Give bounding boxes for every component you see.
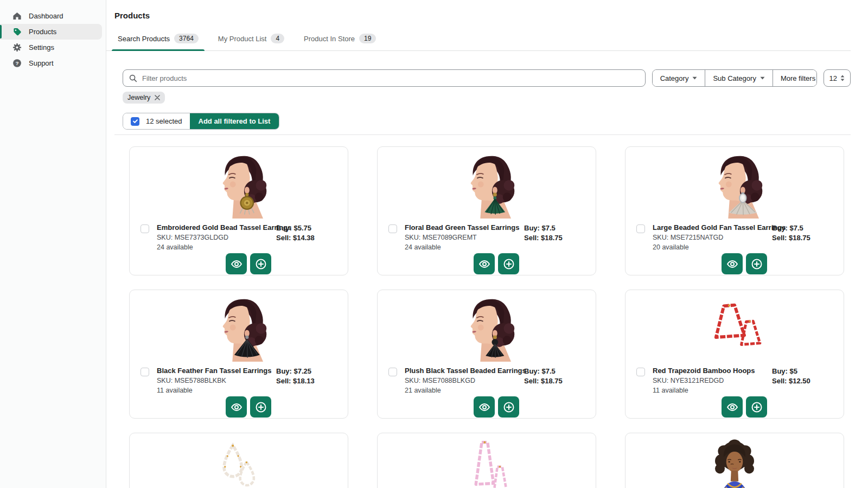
filter-button-group: Category Sub Category More filters (652, 69, 817, 87)
product-checkbox[interactable] (141, 224, 149, 233)
add-product-button[interactable] (250, 253, 271, 274)
product-checkbox[interactable] (388, 368, 397, 376)
product-buy-price: Buy: $7.5 (772, 223, 836, 233)
view-product-button[interactable] (226, 253, 247, 274)
add-product-button[interactable] (498, 253, 519, 274)
product-checkbox[interactable] (636, 368, 645, 376)
plus-circle-icon (254, 258, 267, 271)
plus-circle-icon (254, 401, 267, 414)
tag-icon (12, 27, 22, 36)
product-title: Large Beaded Gold Fan Tassel Earrings (653, 223, 772, 232)
view-product-button[interactable] (722, 396, 743, 418)
plus-circle-icon (502, 258, 515, 271)
product-checkbox[interactable] (388, 224, 397, 233)
product-title: Embroidered Gold Bead Tassel Earrings (157, 223, 276, 232)
eye-icon (230, 401, 243, 414)
product-sell-price: Sell: $12.50 (772, 376, 836, 386)
tab-product-in-store[interactable]: Product In Store 19 (298, 29, 382, 50)
more-filters-button[interactable]: More filters (773, 70, 817, 86)
view-product-button[interactable] (226, 396, 247, 418)
sidebar-item-label: Support (29, 59, 54, 67)
product-sell-price: Sell: $18.75 (524, 233, 588, 243)
product-sku: SKU: MSE7215NATGD (653, 234, 772, 241)
product-image-gold-medallion-earring (130, 147, 348, 219)
product-availability: 11 available (653, 387, 772, 394)
search-box[interactable] (123, 69, 646, 87)
sidebar-item-settings[interactable]: Settings (0, 40, 102, 55)
view-product-button[interactable] (474, 396, 495, 418)
product-image-beige-fan-earring (626, 147, 844, 219)
product-title: Red Trapezoid Bamboo Hoops (653, 367, 772, 375)
content-divider (114, 134, 851, 135)
filter-toolbar: Category Sub Category More filters 12 (123, 69, 851, 87)
product-card: Large Beaded Gold Fan Tassel Earrings SK… (625, 146, 844, 275)
product-availability: 24 available (405, 243, 524, 251)
sidebar-item-dashboard[interactable]: Dashboard (0, 8, 102, 24)
tab-my-product-list[interactable]: My Product List 4 (212, 29, 290, 50)
eye-icon (478, 258, 491, 271)
add-all-filtered-button[interactable]: Add all filtered to List (190, 113, 279, 129)
stepper-arrows-icon (840, 75, 845, 81)
product-availability: 24 available (157, 243, 276, 251)
product-availability: 11 available (157, 387, 276, 394)
product-title: Floral Bead Green Tassel Earrings (405, 223, 524, 232)
add-product-button[interactable] (746, 396, 767, 418)
bulk-selection-bar: 12 selected Add all filtered to List (123, 113, 279, 130)
tab-count-badge: 3764 (174, 34, 199, 43)
sidebar-item-support[interactable]: ? Support (0, 55, 102, 71)
product-image-model-front-curly-hair (626, 433, 844, 488)
product-availability: 20 available (653, 243, 772, 251)
product-sell-price: Sell: $14.38 (276, 233, 340, 243)
product-checkbox[interactable] (141, 368, 149, 376)
selected-count-label: 12 selected (146, 117, 182, 125)
product-image-black-tassel-earring (378, 290, 596, 362)
sub-category-filter-button[interactable]: Sub Category (705, 70, 773, 86)
product-card: Embroidered Gold Bead Tassel Earrings SK… (129, 146, 348, 275)
product-card: Red Trapezoid Bamboo Hoops SKU: NYE3121R… (625, 290, 844, 419)
tab-search-products[interactable]: Search Products 3764 (112, 29, 205, 50)
search-input[interactable] (142, 74, 639, 82)
plus-circle-icon (750, 401, 763, 414)
product-image-white-heart-hoops (130, 433, 348, 488)
close-icon[interactable] (155, 95, 160, 100)
add-product-button[interactable] (250, 396, 271, 418)
tab-bar: Search Products 3764 My Product List 4 P… (106, 29, 851, 51)
sidebar-item-products[interactable]: Products (0, 24, 102, 40)
product-sku: SKU: NYE3121REDGD (653, 377, 772, 384)
product-sku: SKU: MSE7373GLDGD (157, 234, 276, 241)
plus-circle-icon (502, 401, 515, 414)
product-image-pink-trapezoid-hoops (378, 433, 596, 488)
product-checkbox[interactable] (636, 224, 645, 233)
add-product-button[interactable] (498, 396, 519, 418)
view-product-button[interactable] (474, 253, 495, 274)
add-product-button[interactable] (746, 253, 767, 274)
sidebar-item-label: Dashboard (29, 12, 63, 20)
view-product-button[interactable] (722, 253, 743, 274)
sidebar-item-label: Products (29, 28, 56, 36)
select-all-checkbox[interactable] (131, 117, 139, 126)
product-buy-price: Buy: $7.25 (276, 367, 340, 376)
sidebar: Dashboard Products (0, 0, 106, 488)
more-filters-label: More filters (781, 74, 815, 82)
category-filter-label: Category (660, 74, 689, 82)
tab-count-badge: 4 (271, 34, 284, 43)
app-screen: Dashboard Products (0, 0, 868, 488)
page-size-value: 12 (829, 74, 837, 82)
product-card (625, 433, 844, 488)
svg-text:?: ? (15, 60, 18, 66)
home-icon (12, 11, 22, 21)
product-card: Plush Black Tassel Beaded Earrings SKU: … (377, 290, 596, 419)
product-availability: 21 available (405, 387, 524, 394)
tab-label: Search Products (118, 35, 170, 43)
page-size-selector[interactable]: 12 (824, 69, 851, 87)
product-card (377, 433, 596, 488)
product-image-black-feather-earring (130, 290, 348, 362)
chevron-down-icon (760, 76, 765, 80)
product-buy-price: Buy: $7.5 (524, 367, 588, 376)
filter-chip-jewelry[interactable]: Jewelry (123, 92, 165, 104)
tab-label: My Product List (218, 35, 267, 43)
product-title: Black Feather Fan Tassel Earrings (157, 367, 276, 375)
product-sku: SKU: MSE7088BLKGD (405, 377, 524, 384)
tab-label: Product In Store (304, 35, 355, 43)
category-filter-button[interactable]: Category (653, 70, 705, 86)
